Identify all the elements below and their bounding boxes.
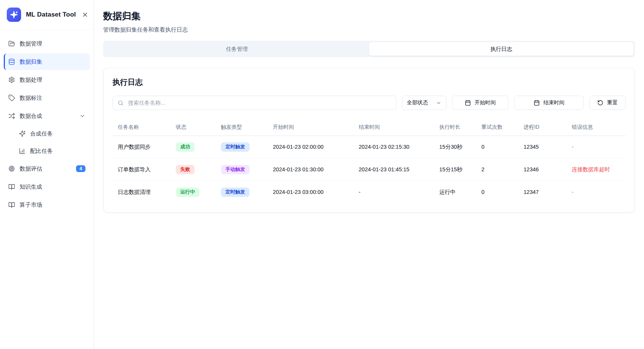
page-subtitle: 管理数据归集任务和查看执行日志 <box>103 26 635 34</box>
column-header: 重试次数 <box>475 119 518 136</box>
cell-trigger-type: 手动触发 <box>215 158 267 181</box>
table-header-row: 任务名称状态触发类型开始时间结束时间执行时长重试次数进程ID错误信息 <box>113 119 626 136</box>
cell-error-message: 连接数据库超时 <box>566 158 626 181</box>
cell-retry-count: 0 <box>475 136 518 158</box>
cell-task-name: 日志数据清理 <box>113 181 170 203</box>
cell-duration: 15分30秒 <box>433 136 475 158</box>
status-filter-value: 全部状态 <box>407 99 428 106</box>
close-icon <box>82 11 88 18</box>
cell-status: 失败 <box>170 158 215 181</box>
sidebar-item-data-evaluation[interactable]: 数据评估4 <box>4 160 90 177</box>
sidebar-header: ML Dataset Tool <box>0 0 94 30</box>
table-row: 日志数据清理运行中定时触发2024-01-23 03:00:00-运行中0123… <box>113 181 626 203</box>
trigger-type-badge: 定时触发 <box>221 187 250 197</box>
cell-process-id: 12345 <box>518 136 566 158</box>
app-logo-icon <box>7 8 21 22</box>
search-icon <box>117 100 124 106</box>
app-title: ML Dataset Tool <box>26 11 76 18</box>
status-badge: 成功 <box>176 142 195 152</box>
database-icon <box>8 58 15 65</box>
sidebar-item-label: 合成任务 <box>30 130 53 137</box>
column-header: 触发类型 <box>215 119 267 136</box>
tag-icon <box>8 94 15 101</box>
chevron-down-icon <box>436 100 442 106</box>
cell-status: 成功 <box>170 136 215 158</box>
tab-task-management[interactable]: 任务管理 <box>105 42 369 56</box>
status-filter-select[interactable]: 全部状态 <box>402 96 446 110</box>
column-header: 进程ID <box>518 119 566 136</box>
cell-retry-count: 0 <box>475 181 518 203</box>
folder-icon <box>8 40 15 47</box>
cell-end-time: - <box>353 181 433 203</box>
sidebar-item-operator-market[interactable]: 算子市场 <box>4 197 90 213</box>
cell-start-time: 2024-01-23 03:00:00 <box>267 181 353 203</box>
cell-duration: 15分15秒 <box>433 158 475 181</box>
column-header: 任务名称 <box>113 119 170 136</box>
sidebar-item-ratio-tasks[interactable]: 配比任务 <box>4 143 90 159</box>
sidebar-item-label: 数据管理 <box>20 40 42 47</box>
sparkles-icon <box>19 130 26 137</box>
table-row: 订单数据导入失败手动触发2024-01-23 01:30:002024-01-2… <box>113 158 626 181</box>
sidebar-item-label: 数据归集 <box>20 58 42 66</box>
calendar-icon <box>465 100 471 106</box>
calendar-icon <box>534 100 540 106</box>
cell-retry-count: 2 <box>475 158 518 181</box>
column-header: 错误信息 <box>566 119 626 136</box>
app-root: ML Dataset Tool 数据管理数据归集数据处理数据标注数据合成合成任务… <box>0 0 644 349</box>
start-time-label: 开始时间 <box>475 99 496 106</box>
sidebar-item-knowledge-generation[interactable]: 知识生成 <box>4 178 90 195</box>
end-time-button[interactable]: 结束时间 <box>514 96 584 110</box>
cell-process-id: 12346 <box>518 158 566 181</box>
sidebar-item-data-processing[interactable]: 数据处理 <box>4 72 90 88</box>
column-header: 结束时间 <box>353 119 433 136</box>
tab-execution-logs[interactable]: 执行日志 <box>369 42 634 56</box>
book-icon <box>8 183 15 190</box>
card-title: 执行日志 <box>113 77 626 87</box>
sidebar-item-label: 配比任务 <box>30 148 53 155</box>
sidebar-item-data-collection[interactable]: 数据归集 <box>4 53 90 70</box>
cell-error-message: - <box>566 136 626 158</box>
status-badge: 运行中 <box>176 187 199 197</box>
main-content: 数据归集 管理数据归集任务和查看执行日志 任务管理 执行日志 执行日志 全部状态 <box>94 0 644 349</box>
cell-process-id: 12347 <box>518 181 566 203</box>
cell-duration: 运行中 <box>433 181 475 203</box>
chevron-down-icon <box>79 113 85 119</box>
sidebar-close-button[interactable] <box>81 11 89 19</box>
cell-status: 运行中 <box>170 181 215 203</box>
sidebar-item-data-annotation[interactable]: 数据标注 <box>4 90 90 106</box>
sidebar-item-label: 数据评估 <box>20 165 42 172</box>
sidebar-item-data-management[interactable]: 数据管理 <box>4 35 90 52</box>
column-header: 执行时长 <box>433 119 475 136</box>
reset-icon <box>597 100 603 106</box>
book-icon <box>8 201 15 208</box>
start-time-button[interactable]: 开始时间 <box>452 96 509 110</box>
column-header: 开始时间 <box>267 119 353 136</box>
column-header: 状态 <box>170 119 215 136</box>
trigger-type-badge: 手动触发 <box>221 165 250 174</box>
bar-chart-icon <box>19 148 26 154</box>
sidebar-item-data-synthesis[interactable]: 数据合成 <box>4 108 90 124</box>
execution-log-table: 任务名称状态触发类型开始时间结束时间执行时长重试次数进程ID错误信息 用户数据同… <box>113 119 626 203</box>
gear-icon <box>8 76 15 83</box>
search-box[interactable] <box>113 96 396 110</box>
reset-label: 重置 <box>607 99 618 106</box>
sidebar-item-label: 数据标注 <box>20 94 42 102</box>
trigger-type-badge: 定时触发 <box>221 142 250 152</box>
filter-toolbar: 全部状态 开始时间 结束时间 重置 <box>113 96 626 110</box>
cell-task-name: 用户数据同步 <box>113 136 170 158</box>
status-badge: 失败 <box>176 165 195 174</box>
sidebar-nav: 数据管理数据归集数据处理数据标注数据合成合成任务配比任务数据评估4知识生成算子市… <box>0 30 94 219</box>
sidebar-item-label: 数据处理 <box>20 76 42 84</box>
cell-trigger-type: 定时触发 <box>215 136 267 158</box>
shuffle-icon <box>8 113 15 119</box>
cell-end-time: 2024-01-23 02:15:30 <box>353 136 433 158</box>
sidebar-item-label: 数据合成 <box>20 113 42 120</box>
reset-button[interactable]: 重置 <box>589 96 626 110</box>
tab-bar: 任务管理 执行日志 <box>103 41 635 57</box>
search-input[interactable] <box>127 99 391 106</box>
sidebar-item-synthesis-tasks[interactable]: 合成任务 <box>4 126 90 142</box>
end-time-label: 结束时间 <box>544 99 565 106</box>
cell-end-time: 2024-01-23 01:45:15 <box>353 158 433 181</box>
table-row: 用户数据同步成功定时触发2024-01-23 02:00:002024-01-2… <box>113 136 626 158</box>
count-badge: 4 <box>76 165 85 172</box>
